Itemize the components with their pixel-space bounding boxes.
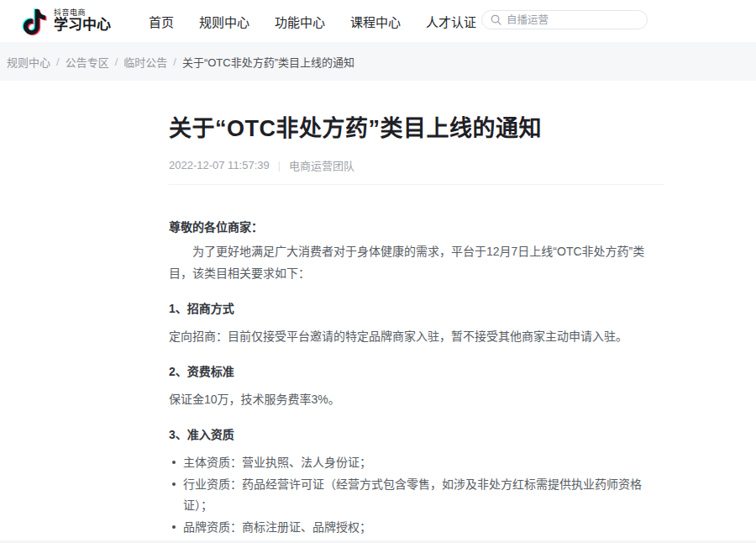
- breadcrumb-rules[interactable]: 规则中心: [7, 54, 50, 70]
- breadcrumb-current-page: 关于“OTC非处方药”类目上线的通知: [182, 54, 354, 70]
- logo-brand-large: 学习中心: [54, 18, 111, 34]
- article-meta: 2022-12-07 11:57:39 | 电商运营团队: [169, 157, 664, 173]
- search-input[interactable]: [507, 14, 638, 26]
- search-icon: [491, 14, 501, 25]
- top-navbar: 抖音电商 学习中心 首页 规则中心 功能中心 课程中心 人才认证 生态伙伴: [0, 0, 756, 42]
- title-divider: [169, 184, 664, 185]
- site-logo[interactable]: 抖音电商 学习中心: [22, 7, 111, 35]
- section-title-qualifications: 3、准入资质: [169, 424, 664, 445]
- douyin-note-icon: [22, 8, 47, 36]
- section-body-recruitment: 定向招商：目前仅接受平台邀请的特定品牌商家入驻，暂不接受其他商家主动申请入驻。: [169, 325, 664, 347]
- breadcrumb-separator: /: [56, 55, 60, 68]
- qualification-list: 主体资质：营业执照、法人身份证； 行业资质：药品经营许可证（经营方式包含零售，如…: [169, 452, 664, 543]
- list-item-industry-qualification: 行业资质：药品经营许可证（经营方式包含零售，如涉及非处方红标需提供执业药师资格证…: [169, 474, 664, 516]
- list-item-brand-qualification: 品牌资质：商标注册证、品牌授权；: [169, 517, 664, 538]
- breadcrumb-separator: /: [173, 55, 176, 68]
- publish-timestamp: 2022-12-07 11:57:39: [169, 159, 270, 171]
- nav-item-features[interactable]: 功能中心: [275, 13, 325, 30]
- breadcrumb-separator: /: [115, 55, 118, 68]
- article-body: 尊敬的各位商家： 为了更好地满足广大消费者对于身体健康的需求，平台于12月7日上…: [169, 216, 664, 543]
- search-box[interactable]: [481, 10, 648, 29]
- greeting-line: 尊敬的各位商家：: [169, 216, 664, 238]
- nav-item-rules[interactable]: 规则中心: [199, 13, 249, 30]
- breadcrumb-temp-notices[interactable]: 临时公告: [123, 54, 167, 70]
- intro-paragraph: 为了更好地满足广大消费者对于身体健康的需求，平台于12月7日上线“OTC非处方药…: [169, 240, 664, 284]
- list-item-entity-qualification: 主体资质：营业执照、法人身份证；: [169, 452, 664, 473]
- meta-divider: |: [278, 160, 281, 171]
- article: 关于“OTC非处方药”类目上线的通知 2022-12-07 11:57:39 |…: [169, 81, 664, 543]
- page-title: 关于“OTC非处方药”类目上线的通知: [169, 110, 664, 143]
- nav-item-home[interactable]: 首页: [149, 13, 174, 30]
- breadcrumb-announcements[interactable]: 公告专区: [66, 54, 109, 70]
- nav-item-courses[interactable]: 课程中心: [350, 13, 401, 30]
- author-name: 电商运营团队: [289, 157, 354, 173]
- nav-item-talent[interactable]: 人才认证: [426, 13, 476, 30]
- section-title-recruitment: 1、招商方式: [169, 298, 664, 319]
- section-title-fees: 2、资费标准: [169, 361, 664, 382]
- breadcrumb: 规则中心 / 公告专区 / 临时公告 / 关于“OTC非处方药”类目上线的通知: [0, 42, 756, 81]
- logo-wordmark: 抖音电商 学习中心: [54, 9, 111, 34]
- section-body-fees: 保证金10万，技术服务费率3%。: [169, 388, 664, 410]
